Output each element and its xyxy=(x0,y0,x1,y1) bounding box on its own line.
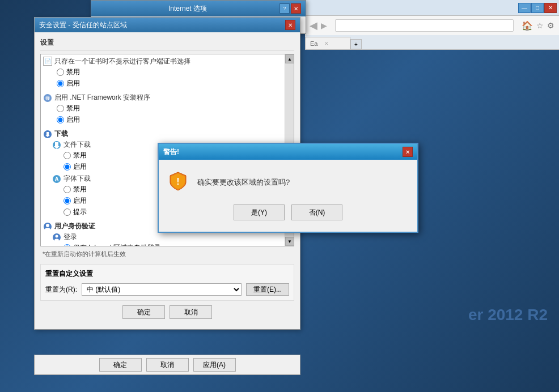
svg-text:N: N xyxy=(46,96,49,100)
filedl-text: 文件下载 xyxy=(63,140,91,150)
svg-text:A: A xyxy=(54,176,58,182)
reset-select[interactable]: 中 (默认值) xyxy=(82,283,242,296)
main-window-bottom-bar: 确定 取消 应用(A) xyxy=(34,355,300,375)
security-settings-title: 安全设置 - 受信任的站点区域 xyxy=(39,20,127,30)
download-section-icon xyxy=(43,130,52,139)
cert-icon: 📄 xyxy=(43,57,52,66)
warning-yes-btn[interactable]: 是(Y) xyxy=(234,204,285,220)
warning-content: ! 确实要更改该区域的设置吗? 是(Y) 否(N) xyxy=(159,160,417,232)
login-text: 登录 xyxy=(63,232,77,242)
warning-titlebar: 警告! ✕ xyxy=(159,144,417,160)
ie-close-btn[interactable]: ✕ xyxy=(544,3,557,13)
internet-options-titlebar: Internet 选项 ? ✕ xyxy=(91,1,306,16)
svg-rect-4 xyxy=(46,132,49,135)
dotnet-item-text: 启用 .NET Framework 安装程序 xyxy=(54,93,150,103)
main-apply-btn[interactable]: 应用(A) xyxy=(193,358,236,372)
userauth-text: 用户身份验证 xyxy=(54,221,95,231)
filedl-icon xyxy=(52,140,61,150)
svg-point-15 xyxy=(56,235,58,237)
server-background-text: er 2012 R2 xyxy=(468,306,548,324)
svg-rect-7 xyxy=(55,142,58,146)
warning-shield-icon: ! xyxy=(168,171,188,193)
login-radio-group: 仅在 Intranet 区域中自动登录 匿名登录 xyxy=(63,243,291,246)
warning-message: 确实要更改该区域的设置吗? xyxy=(197,177,290,188)
warning-no-btn[interactable]: 否(N) xyxy=(291,204,342,220)
scroll-up-btn[interactable]: ▲ xyxy=(285,54,294,63)
dotnet-disable-radio[interactable]: 禁用 xyxy=(57,104,291,113)
security-settings-titlebar: 安全设置 - 受信任的站点区域 ✕ xyxy=(35,18,300,32)
ie-forward-btn[interactable]: ▶ xyxy=(321,21,327,30)
download-section-header: 下载 xyxy=(43,129,291,139)
reset-label: 重置为(R): xyxy=(45,285,77,295)
login-header: 登录 xyxy=(52,232,291,242)
reset-section: 重置自定义设置 重置为(R): 中 (默认值) 重置(E)... xyxy=(40,264,294,301)
ie-new-tab-btn[interactable]: + xyxy=(350,39,362,49)
ie-nav-toolbar: ◀ ▶ 🏠 ☆ ⚙ xyxy=(305,16,559,35)
security-ok-btn[interactable]: 确定 xyxy=(122,305,165,319)
ie-gear-icon[interactable]: ⚙ xyxy=(547,21,554,30)
warning-buttons: 是(Y) 否(N) xyxy=(234,204,342,220)
warning-dialog: 警告! ✕ ! 确实要更改该区域的设置吗? 是(Y) 否(N) xyxy=(158,143,418,233)
cert-item-text: 只存在一个证书时不提示进行客户端证书选择 xyxy=(54,57,291,66)
userauth-icon xyxy=(43,222,52,231)
warning-close-btn[interactable]: ✕ xyxy=(403,147,413,157)
svg-point-12 xyxy=(46,224,49,227)
svg-text:!: ! xyxy=(176,177,179,186)
ie-address-bar[interactable] xyxy=(335,19,514,32)
cert-enable-radio[interactable]: 启用 xyxy=(57,79,291,88)
ie-restore-btn[interactable]: □ xyxy=(531,3,544,13)
cert-disable-radio[interactable]: 禁用 xyxy=(57,67,291,77)
reset-section-label: 重置自定义设置 xyxy=(45,269,289,279)
dotnet-item-header: N 启用 .NET Framework 安装程序 xyxy=(43,93,291,103)
ie-tab-bar: Ea ✕ + xyxy=(305,35,559,50)
dotnet-enable-radio[interactable]: 启用 xyxy=(57,115,291,125)
reset-row: 重置为(R): 中 (默认值) 重置(E)... xyxy=(45,283,289,296)
dotnet-radio-group: 禁用 启用 xyxy=(57,104,291,125)
settings-section-label: 设置 xyxy=(40,38,294,50)
internet-options-controls: ? ✕ xyxy=(280,3,301,14)
ie-home-icon[interactable]: 🏠 xyxy=(522,20,533,31)
fontdl-icon: A xyxy=(52,174,61,184)
fontdl-text: 字体下载 xyxy=(63,174,91,184)
warning-body: ! 确实要更改该区域的设置吗? xyxy=(168,171,408,193)
io-close-btn[interactable]: ✕ xyxy=(291,3,301,14)
io-question-btn[interactable]: ? xyxy=(280,3,290,14)
ie-window-controls: — □ ✕ xyxy=(305,0,559,16)
ie-star-icon[interactable]: ☆ xyxy=(536,21,544,30)
sec-close-btn[interactable]: ✕ xyxy=(285,20,295,30)
warning-title: 警告! xyxy=(163,147,179,157)
main-ok-btn[interactable]: 确定 xyxy=(99,358,142,372)
svg-point-16 xyxy=(54,238,59,241)
cert-radio-group: 禁用 启用 xyxy=(57,67,291,88)
download-section-text: 下载 xyxy=(54,129,68,139)
reset-execute-btn[interactable]: 重置(E)... xyxy=(246,283,289,296)
security-cancel-btn[interactable]: 取消 xyxy=(170,305,212,319)
security-settings-bottom-buttons: 确定 取消 xyxy=(40,301,294,323)
ie-back-btn[interactable]: ◀ xyxy=(310,19,317,32)
cert-item-header: 📄 只存在一个证书时不提示进行客户端证书选择 xyxy=(43,57,291,66)
login-icon xyxy=(52,233,61,242)
ie-browser-area: — □ ✕ ◀ ▶ 🏠 ☆ ⚙ xyxy=(305,0,559,35)
main-cancel-btn[interactable]: 取消 xyxy=(146,358,189,372)
login-intranet-radio[interactable]: 仅在 Intranet 区域中自动登录 xyxy=(63,243,291,246)
dotnet-icon: N xyxy=(43,93,52,103)
settings-note: *在重新启动你的计算机后生效 xyxy=(43,250,294,258)
ie-tab[interactable]: Ea ✕ xyxy=(305,37,350,49)
ie-minimize-btn[interactable]: — xyxy=(518,3,531,13)
scroll-down-btn[interactable]: ▼ xyxy=(285,237,294,246)
internet-options-title: Internet 选项 xyxy=(96,4,280,14)
svg-point-13 xyxy=(45,228,50,231)
